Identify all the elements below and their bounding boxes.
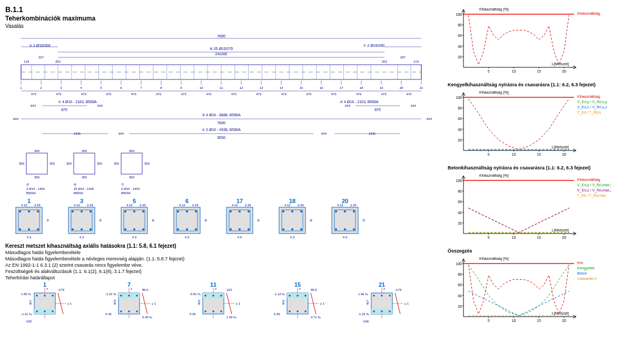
- svg-text:4.12: 4.12: [21, 204, 27, 207]
- svg-text:252: 252: [55, 60, 61, 63]
- svg-text:3: 3: [60, 86, 62, 89]
- svg-text:119: 119: [24, 60, 29, 63]
- svg-text:12: 12: [240, 86, 243, 89]
- svg-point-158: [19, 210, 21, 213]
- svg-text:350: 350: [114, 162, 120, 165]
- svg-point-238: [353, 210, 355, 213]
- svg-text:2.23: 2.23: [192, 204, 199, 207]
- svg-text:4.12: 4.12: [74, 204, 80, 207]
- svg-point-254: [36, 310, 38, 312]
- svg-text:⑥: ⑥: [74, 183, 76, 186]
- svg-point-200: [177, 228, 179, 230]
- svg-text:20: 20: [458, 138, 462, 142]
- svg-point-223: [282, 210, 284, 213]
- svg-text:20: 20: [458, 221, 462, 225]
- svg-text:350: 350: [66, 162, 72, 165]
- svg-point-255: [44, 310, 46, 312]
- text-line: Teherbírási határállapot: [5, 275, 437, 280]
- svg-text:4: 4: [80, 86, 82, 89]
- svg-point-227: [291, 228, 293, 230]
- svg-point-163: [37, 228, 39, 230]
- svg-text:11: 11: [220, 86, 223, 89]
- svg-text:25 Ø10 - 1400: 25 Ø10 - 1400: [74, 187, 94, 190]
- svg-text:40: 40: [458, 128, 462, 132]
- utilization-chart: Kihasználtság [%]204060801005101520L[Met…: [448, 171, 611, 245]
- svg-point-291: [220, 295, 222, 297]
- svg-text:③ 4 Ø16 - 8888, B500A: ③ 4 Ø16 - 8888, B500A: [202, 113, 241, 117]
- svg-point-174: [72, 228, 74, 230]
- svg-point-332: [389, 310, 391, 312]
- svg-text:475: 475: [256, 93, 262, 96]
- svg-text:1: 1: [20, 86, 22, 89]
- svg-text:2.23: 2.23: [87, 204, 93, 207]
- svg-text:644: 644: [118, 132, 124, 135]
- svg-point-225: [300, 210, 302, 213]
- svg-text:252: 252: [382, 60, 388, 63]
- svg-text:237: 237: [38, 56, 44, 59]
- svg-rect-131: [26, 153, 47, 174]
- svg-point-330: [373, 310, 375, 312]
- svg-text:6: 6: [185, 198, 189, 204]
- svg-point-275: [136, 310, 138, 312]
- svg-text:V_Ed,y / V_Rd,s,y: V_Ed,y / V_Rd,s,y: [577, 100, 607, 104]
- svg-point-327: [373, 295, 375, 297]
- svg-text:13: 13: [260, 86, 263, 89]
- utilization-chart: Kihasználtság [%]204060801005101520L[Met…: [448, 255, 611, 328]
- svg-text:100: 100: [456, 13, 462, 16]
- svg-text:475: 475: [356, 93, 362, 96]
- svg-text:60: 60: [458, 200, 462, 204]
- svg-text:18: 18: [360, 86, 363, 89]
- svg-text:475: 475: [331, 93, 337, 96]
- svg-point-159: [28, 210, 30, 213]
- svg-text:4.3: 4.3: [185, 236, 190, 239]
- svg-text:100: 100: [456, 179, 462, 183]
- svg-text:5: 5: [100, 86, 102, 89]
- svg-text:① 4 Ø16 - 2163, B500A: ① 4 Ø16 - 2163, B500A: [58, 100, 97, 104]
- svg-text:Kihasználtság: Kihasználtság: [577, 95, 600, 99]
- svg-text:Kihasználtság [%]: Kihasználtság [%]: [479, 7, 509, 12]
- svg-text:402: 402: [197, 299, 201, 305]
- svg-point-224: [291, 210, 293, 213]
- svg-text:475: 475: [231, 93, 237, 96]
- svg-text:350: 350: [82, 176, 87, 179]
- svg-point-160: [37, 210, 39, 213]
- svg-text:-0.81 ‰: -0.81 ‰: [190, 292, 201, 296]
- svg-text:4.3: 4.3: [132, 236, 137, 239]
- svg-text:80: 80: [458, 189, 462, 193]
- svg-text:4.3: 4.3: [343, 236, 348, 239]
- svg-text:8: 8: [160, 86, 162, 89]
- svg-text:2.23: 2.23: [350, 204, 357, 207]
- svg-text:4.12: 4.12: [284, 204, 291, 207]
- svg-point-236: [335, 210, 337, 213]
- svg-text:B500A: B500A: [26, 191, 36, 195]
- svg-point-186: [142, 210, 144, 213]
- svg-text:350: 350: [82, 149, 87, 153]
- svg-text:7600: 7600: [217, 34, 225, 38]
- svg-text:Kengyelek: Kengyelek: [577, 266, 595, 270]
- svg-text:2 Ø10 - 1400: 2 Ø10 - 1400: [121, 187, 140, 190]
- svg-text:475: 475: [406, 93, 412, 96]
- svg-point-328: [381, 295, 383, 297]
- svg-point-202: [195, 228, 197, 230]
- svg-point-313: [304, 310, 307, 312]
- svg-text:10: 10: [512, 153, 516, 156]
- svg-point-171: [72, 210, 74, 213]
- svg-text:⑥: ⑥: [257, 219, 260, 222]
- svg-text:40: 40: [458, 294, 462, 298]
- svg-text:350: 350: [97, 162, 103, 165]
- svg-point-201: [186, 228, 188, 230]
- svg-text:Kihasználtság: Kihasználtság: [577, 12, 600, 16]
- svg-point-213: [230, 228, 232, 230]
- svg-text:60: 60: [458, 34, 462, 37]
- svg-text:⑤: ⑤: [362, 219, 365, 222]
- svg-text:0.25: 0.25: [190, 312, 196, 316]
- svg-text:3: 3: [80, 198, 83, 204]
- stirrup-cross-sections: 350350350350⑤2 Ø10 - 1400B500A3503503503…: [5, 148, 437, 198]
- svg-text:2 Ø10 - 1400: 2 Ø10 - 1400: [26, 187, 45, 190]
- svg-point-172: [81, 210, 83, 213]
- svg-point-272: [136, 295, 138, 297]
- svg-text:350: 350: [129, 176, 135, 179]
- svg-text:644: 644: [31, 104, 36, 107]
- svg-point-188: [133, 228, 135, 230]
- chart-title: Összegzés: [448, 248, 621, 254]
